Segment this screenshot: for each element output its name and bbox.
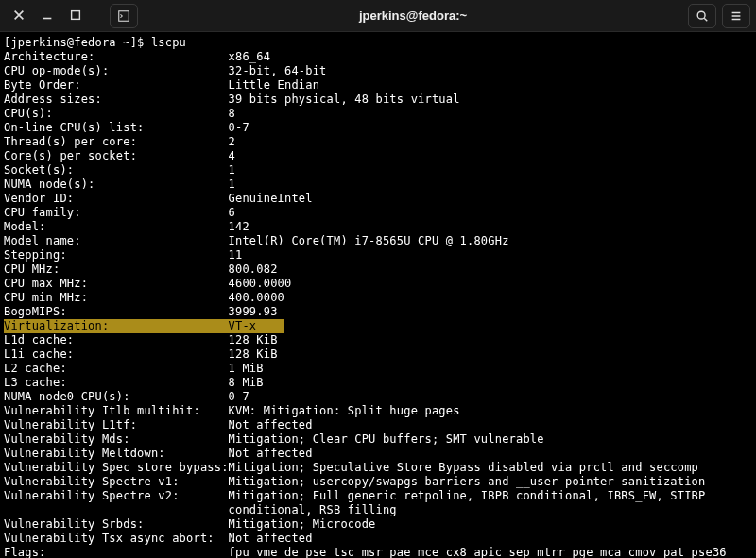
output-row: NUMA node0 CPU(s): 0-7 xyxy=(4,390,752,404)
output-row: Stepping: 11 xyxy=(4,248,752,262)
output-row: conditional, RSB filling xyxy=(4,503,752,517)
output-row: L1d cache: 128 KiB xyxy=(4,333,752,347)
output-row: L3 cache: 8 MiB xyxy=(4,376,752,390)
maximize-button[interactable] xyxy=(62,4,89,26)
output-row: Model: 142 xyxy=(4,220,752,234)
search-button[interactable] xyxy=(688,4,716,28)
output-row: Core(s) per socket: 4 xyxy=(4,149,752,163)
output-row: CPU op-mode(s): 32-bit, 64-bit xyxy=(4,64,752,78)
prompt: [jperkins@fedora ~]$ xyxy=(4,36,151,49)
output-row: CPU min MHz: 400.0000 xyxy=(4,291,752,305)
menu-button[interactable] xyxy=(722,4,750,28)
output-row: Architecture: x86_64 xyxy=(4,50,752,64)
output-row: Address sizes: 39 bits physical, 48 bits… xyxy=(4,93,752,107)
output-row: Socket(s): 1 xyxy=(4,163,752,178)
output-row: Vulnerability L1tf: Not affected xyxy=(4,418,752,432)
close-button[interactable] xyxy=(6,4,32,26)
titlebar-actions xyxy=(688,4,750,28)
highlighted-row: Virtualization: VT-x xyxy=(4,319,284,333)
minimize-button[interactable] xyxy=(34,4,60,26)
command: lscpu xyxy=(151,36,186,49)
output-row: Vulnerability Spec store bypass:Mitigati… xyxy=(4,461,752,475)
minimize-icon xyxy=(41,8,54,22)
output-row: L2 cache: 1 MiB xyxy=(4,362,752,376)
output-row: Thread(s) per core: 2 xyxy=(4,135,752,149)
window-controls xyxy=(6,4,138,28)
output-row: NUMA node(s): 1 xyxy=(4,178,752,192)
output-row: Vulnerability Srbds: Mitigation; Microco… xyxy=(4,517,752,532)
new-tab-button[interactable] xyxy=(110,4,138,28)
close-icon xyxy=(12,8,26,22)
output-row: Vulnerability Mds: Mitigation; Clear CPU… xyxy=(4,432,752,447)
output-row: CPU(s): 8 xyxy=(4,107,752,121)
output-row: Model name: Intel(R) Core(TM) i7-8565U C… xyxy=(4,234,752,248)
terminal-icon xyxy=(117,9,130,23)
output-row: On-line CPU(s) list: 0-7 xyxy=(4,121,752,135)
output-row: Vulnerability Tsx async abort: Not affec… xyxy=(4,532,752,546)
terminal-body[interactable]: [jperkins@fedora ~]$ lscpuArchitecture: … xyxy=(0,32,756,558)
hamburger-icon xyxy=(730,9,743,23)
output-row: CPU MHz: 800.082 xyxy=(4,262,752,277)
output-row: L1i cache: 128 KiB xyxy=(4,347,752,362)
output-row: Vulnerability Itlb multihit: KVM: Mitiga… xyxy=(4,404,752,418)
maximize-icon xyxy=(69,8,82,22)
output-row: CPU max MHz: 4600.0000 xyxy=(4,277,752,291)
output-row: Virtualization: VT-x xyxy=(4,319,752,333)
output-row: Byte Order: Little Endian xyxy=(4,78,752,93)
svg-rect-0 xyxy=(72,10,80,19)
output-row: Vulnerability Meltdown: Not affected xyxy=(4,447,752,461)
output-row: Vendor ID: GenuineIntel xyxy=(4,192,752,206)
output-row: Flags: fpu vme de pse tsc msr pae mce cx… xyxy=(4,546,752,558)
svg-rect-1 xyxy=(119,10,129,21)
search-icon xyxy=(696,9,709,23)
window-title: jperkins@fedora:~ xyxy=(138,8,688,23)
output-row: Vulnerability Spectre v2: Mitigation; Fu… xyxy=(4,489,752,503)
output-row: CPU family: 6 xyxy=(4,206,752,220)
output-row: Vulnerability Spectre v1: Mitigation; us… xyxy=(4,475,752,489)
output-row: BogoMIPS: 3999.93 xyxy=(4,305,752,319)
svg-point-2 xyxy=(697,11,705,19)
titlebar: jperkins@fedora:~ xyxy=(0,0,756,32)
prompt-line: [jperkins@fedora ~]$ lscpu xyxy=(4,36,752,50)
